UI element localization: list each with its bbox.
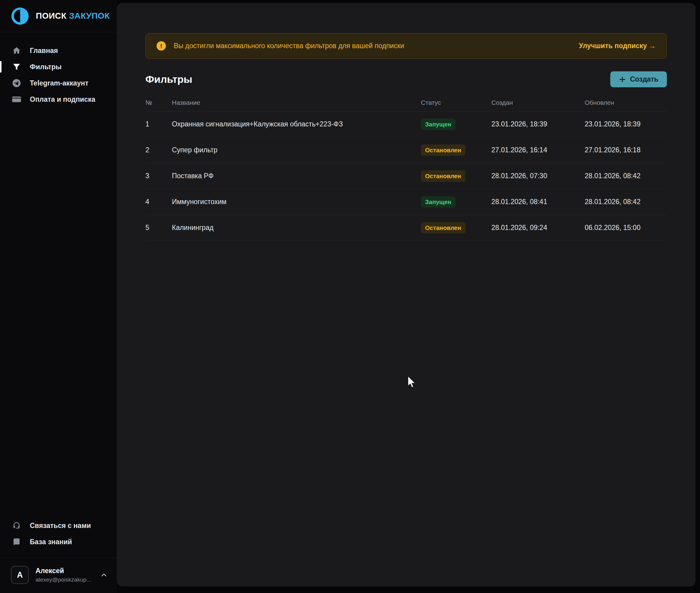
row-number: 5 xyxy=(146,224,172,232)
filters-table: № Название Статус Создан Обновлен 1 Охра… xyxy=(146,94,667,241)
created-date: 28.01.2026, 07:30 xyxy=(491,172,585,180)
table-row[interactable]: 1 Охранная сигнализация+Калужская област… xyxy=(146,111,667,137)
status-cell: Запущен xyxy=(421,196,491,208)
row-number: 2 xyxy=(146,146,172,154)
filter-name: Калининград xyxy=(172,224,421,232)
updated-date: 27.01.2026, 16:18 xyxy=(585,146,667,154)
updated-date: 28.01.2026, 08:42 xyxy=(585,198,667,206)
sidebar-item-label: Оплата и подписка xyxy=(30,95,95,104)
column-header-status: Статус xyxy=(421,99,491,106)
status-badge: Запущен xyxy=(421,196,456,208)
sidebar: ПОИСК ЗАКУПОК Главная Фильтры Telegram-а… xyxy=(0,0,117,593)
status-badge: Остановлен xyxy=(421,222,465,234)
brand-title: ПОИСК ЗАКУПОК xyxy=(36,11,110,21)
sidebar-item-knowledge-base[interactable]: База знаний xyxy=(0,534,117,550)
table-row[interactable]: 4 Иммуногистохим Запущен 28.01.2026, 08:… xyxy=(146,189,667,215)
row-number: 3 xyxy=(146,172,172,180)
sidebar-spacer xyxy=(0,108,117,517)
upgrade-subscription-link[interactable]: Улучшить подписку → xyxy=(579,42,656,50)
page-header: Фильтры Создать xyxy=(146,71,667,87)
sidebar-nav: Главная Фильтры Telegram-аккаунт Оплата … xyxy=(0,42,117,108)
avatar: A xyxy=(11,566,29,584)
column-header-updated: Обновлен xyxy=(585,99,667,106)
home-icon xyxy=(11,46,22,55)
app-logo[interactable]: ПОИСК ЗАКУПОК xyxy=(0,0,117,32)
user-email: alexey@poiskzakup... xyxy=(36,577,91,583)
updated-date: 23.01.2026, 18:39 xyxy=(585,120,667,128)
created-date: 23.01.2026, 18:39 xyxy=(491,120,585,128)
status-cell: Остановлен xyxy=(421,145,491,156)
sidebar-item-label: Связаться с нами xyxy=(30,522,91,530)
status-cell: Остановлен xyxy=(421,170,491,182)
sidebar-item-billing[interactable]: Оплата и подписка xyxy=(0,91,117,108)
status-badge: Остановлен xyxy=(421,170,465,182)
updated-date: 06.02.2026, 15:00 xyxy=(585,224,667,232)
create-filter-button[interactable]: Создать xyxy=(610,71,667,87)
plus-icon xyxy=(619,76,626,83)
sidebar-item-contact-us[interactable]: Связаться с нами xyxy=(0,517,117,534)
subscription-limit-banner: ! Вы достигли максимального количества ф… xyxy=(146,33,667,59)
updated-date: 28.01.2026, 08:42 xyxy=(585,172,667,180)
headset-icon xyxy=(11,521,22,530)
filter-icon xyxy=(11,62,22,71)
create-button-label: Создать xyxy=(630,75,658,83)
sidebar-item-label: Главная xyxy=(30,47,58,55)
sidebar-item-label: Фильтры xyxy=(30,63,62,71)
banner-message: Вы достигли максимального количества фил… xyxy=(174,42,404,50)
user-profile[interactable]: A Алексей alexey@poiskzakup... xyxy=(0,558,117,593)
table-row[interactable]: 5 Калининград Остановлен 28.01.2026, 09:… xyxy=(146,215,667,241)
column-header-created: Создан xyxy=(491,99,585,106)
brand-part2: ЗАКУПОК xyxy=(69,11,110,21)
brand-logo-icon xyxy=(11,7,29,25)
chevron-up-icon[interactable] xyxy=(100,571,108,579)
main-panel: ! Вы достигли максимального количества ф… xyxy=(117,3,696,586)
sidebar-footer: Связаться с нами База знаний A Алексей a… xyxy=(0,517,117,593)
status-cell: Запущен xyxy=(421,119,491,130)
table-row[interactable]: 3 Поставка РФ Остановлен 28.01.2026, 07:… xyxy=(146,163,667,189)
main-content: ! Вы достигли максимального количества ф… xyxy=(117,3,696,241)
created-date: 28.01.2026, 08:41 xyxy=(491,198,585,206)
row-number: 4 xyxy=(146,198,172,206)
sidebar-item-label: База знаний xyxy=(30,538,72,546)
user-name: Алексей xyxy=(36,567,91,575)
row-number: 1 xyxy=(146,120,172,128)
table-row[interactable]: 2 Супер фильтр Остановлен 27.01.2026, 16… xyxy=(146,137,667,163)
status-badge: Остановлен xyxy=(421,145,465,156)
created-date: 28.01.2026, 09:24 xyxy=(491,224,585,232)
sidebar-item-home[interactable]: Главная xyxy=(0,42,117,59)
sidebar-item-filters[interactable]: Фильтры xyxy=(0,59,117,75)
filter-name: Супер фильтр xyxy=(172,146,421,154)
telegram-icon xyxy=(11,78,22,88)
column-header-name: Название xyxy=(172,99,421,106)
user-meta: Алексей alexey@poiskzakup... xyxy=(36,567,91,583)
warning-icon: ! xyxy=(157,41,166,50)
filter-name: Иммуногистохим xyxy=(172,198,421,206)
status-cell: Остановлен xyxy=(421,222,491,234)
page-title: Фильтры xyxy=(146,73,192,85)
book-icon xyxy=(11,537,22,546)
status-badge: Запущен xyxy=(421,119,456,130)
credit-card-icon xyxy=(11,94,22,104)
column-header-number: № xyxy=(146,99,172,106)
created-date: 27.01.2026, 16:14 xyxy=(491,146,585,154)
table-body: 1 Охранная сигнализация+Калужская област… xyxy=(146,111,667,241)
table-header: № Название Статус Создан Обновлен xyxy=(146,94,667,111)
brand-part1: ПОИСК xyxy=(36,11,67,21)
sidebar-item-telegram[interactable]: Telegram-аккаунт xyxy=(0,75,117,91)
sidebar-item-label: Telegram-аккаунт xyxy=(30,79,88,87)
filter-name: Поставка РФ xyxy=(172,172,421,180)
filter-name: Охранная сигнализация+Калужская область+… xyxy=(172,120,421,128)
